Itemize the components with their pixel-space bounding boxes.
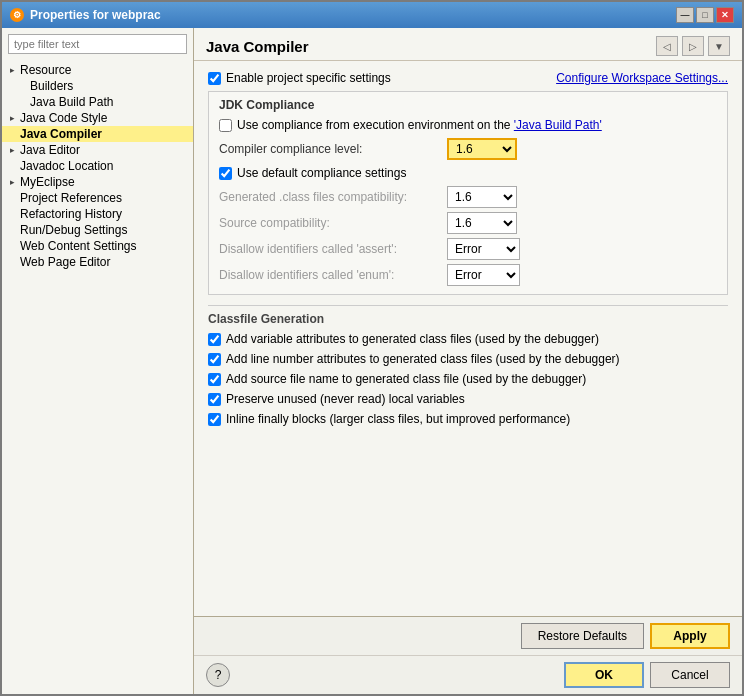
sidebar-item-web-content-settings[interactable]: Web Content Settings (2, 238, 193, 254)
compliance-level-label: Compiler compliance level: (219, 142, 439, 156)
maximize-button[interactable]: □ (696, 7, 714, 23)
main-panel: Java Compiler ◁ ▷ ▼ Enable project speci… (194, 28, 742, 694)
ok-button[interactable]: OK (564, 662, 644, 688)
enable-project-checkbox[interactable] (208, 72, 221, 85)
arrow-java-code-style (6, 112, 18, 124)
panel-header-icons: ◁ ▷ ▼ (656, 36, 730, 56)
app-icon: ⚙ (10, 8, 24, 22)
jdk-section-title: JDK Compliance (219, 98, 717, 112)
sidebar-item-label: Builders (30, 79, 73, 93)
title-bar: ⚙ Properties for webprac — □ ✕ (2, 2, 742, 28)
sidebar-item-project-references[interactable]: Project References (2, 190, 193, 206)
filter-input[interactable] (8, 34, 187, 54)
add-variable-checkbox[interactable] (208, 333, 221, 346)
generated-class-select[interactable]: 1.6 (447, 186, 517, 208)
sidebar-item-label: Java Editor (20, 143, 80, 157)
source-compat-select[interactable]: 1.6 (447, 212, 517, 234)
sidebar-item-label: MyEclipse (20, 175, 75, 189)
sidebar-item-resource[interactable]: Resource (2, 62, 193, 78)
add-source-file-label: Add source file name to generated class … (226, 372, 586, 386)
use-execution-env-label: Use compliance from execution environmen… (237, 118, 602, 132)
footer-bottom-row: ? OK Cancel (194, 655, 742, 694)
cancel-button[interactable]: Cancel (650, 662, 730, 688)
close-button[interactable]: ✕ (716, 7, 734, 23)
tree: Resource Builders Java Build Path Java C… (2, 60, 193, 694)
sidebar-item-javadoc-location[interactable]: Javadoc Location (2, 158, 193, 174)
classfile-option-add-variable: Add variable attributes to generated cla… (208, 332, 728, 346)
classfile-option-add-source-file: Add source file name to generated class … (208, 372, 728, 386)
panel-header: Java Compiler ◁ ▷ ▼ (194, 28, 742, 61)
disallow-enum-select[interactable]: Error Warning Ignore (447, 264, 520, 286)
sidebar-item-label: Project References (20, 191, 122, 205)
jdk-compliance-section: JDK Compliance Use compliance from execu… (208, 91, 728, 295)
use-default-label: Use default compliance settings (237, 166, 406, 180)
add-line-number-label: Add line number attributes to generated … (226, 352, 620, 366)
disallow-assert-select[interactable]: Error Warning Ignore (447, 238, 520, 260)
compliance-level-select[interactable]: 1.3 1.4 1.5 1.6 1.7 (447, 138, 517, 160)
java-build-path-link[interactable]: 'Java Build Path' (514, 118, 602, 132)
inline-finally-label: Inline finally blocks (larger class file… (226, 412, 570, 426)
footer-buttons-row: Restore Defaults Apply (194, 617, 742, 655)
sidebar: Resource Builders Java Build Path Java C… (2, 28, 194, 694)
sidebar-item-run-debug-settings[interactable]: Run/Debug Settings (2, 222, 193, 238)
title-bar-left: ⚙ Properties for webprac (10, 8, 161, 22)
minimize-button[interactable]: — (676, 7, 694, 23)
disallow-enum-label: Disallow identifiers called 'enum': (219, 268, 439, 282)
sidebar-item-label: Java Compiler (20, 127, 102, 141)
sidebar-item-myeclipse[interactable]: MyEclipse (2, 174, 193, 190)
sidebar-item-label: Java Code Style (20, 111, 107, 125)
configure-workspace-link[interactable]: Configure Workspace Settings... (556, 71, 728, 85)
window-title: Properties for webprac (30, 8, 161, 22)
sidebar-item-web-page-editor[interactable]: Web Page Editor (2, 254, 193, 270)
help-button[interactable]: ? (206, 663, 230, 687)
add-variable-label: Add variable attributes to generated cla… (226, 332, 599, 346)
use-execution-env-checkbox[interactable] (219, 119, 232, 132)
sidebar-item-java-code-style[interactable]: Java Code Style (2, 110, 193, 126)
sidebar-item-refactoring-history[interactable]: Refactoring History (2, 206, 193, 222)
dropdown-button[interactable]: ▼ (708, 36, 730, 56)
generated-class-label: Generated .class files compatibility: (219, 190, 439, 204)
apply-button[interactable]: Apply (650, 623, 730, 649)
sidebar-item-java-compiler[interactable]: Java Compiler (2, 126, 193, 142)
arrow-myeclipse (6, 176, 18, 188)
classfile-option-inline-finally: Inline finally blocks (larger class file… (208, 412, 728, 426)
arrow-resource (6, 64, 18, 76)
restore-defaults-button[interactable]: Restore Defaults (521, 623, 644, 649)
sidebar-item-java-editor[interactable]: Java Editor (2, 142, 193, 158)
sidebar-item-label: Java Build Path (30, 95, 113, 109)
classfile-section-title: Classfile Generation (208, 305, 728, 326)
add-line-number-checkbox[interactable] (208, 353, 221, 366)
content-area: Resource Builders Java Build Path Java C… (2, 28, 742, 694)
sidebar-item-label: Run/Debug Settings (20, 223, 127, 237)
title-bar-controls: — □ ✕ (676, 7, 734, 23)
footer-bottom-left: ? (206, 663, 230, 687)
sidebar-item-label: Resource (20, 63, 71, 77)
classfile-option-add-line-number: Add line number attributes to generated … (208, 352, 728, 366)
panel-title: Java Compiler (206, 38, 309, 55)
classfile-section: Classfile Generation Add variable attrib… (208, 305, 728, 426)
footer-bottom-right: OK Cancel (564, 662, 730, 688)
sidebar-item-label: Refactoring History (20, 207, 122, 221)
source-compat-label: Source compatibility: (219, 216, 439, 230)
sidebar-item-java-build-path[interactable]: Java Build Path (2, 94, 193, 110)
preserve-unused-label: Preserve unused (never read) local varia… (226, 392, 465, 406)
disallow-assert-label: Disallow identifiers called 'assert': (219, 242, 439, 256)
back-button[interactable]: ◁ (656, 36, 678, 56)
sidebar-item-label: Javadoc Location (20, 159, 113, 173)
classfile-option-preserve-unused: Preserve unused (never read) local varia… (208, 392, 728, 406)
panel-content: Enable project specific settings Configu… (194, 61, 742, 616)
add-source-file-checkbox[interactable] (208, 373, 221, 386)
preserve-unused-checkbox[interactable] (208, 393, 221, 406)
dialog-footer: Restore Defaults Apply ? OK Cancel (194, 616, 742, 694)
use-default-checkbox[interactable] (219, 167, 232, 180)
sidebar-item-label: Web Page Editor (20, 255, 111, 269)
enable-project-label: Enable project specific settings (226, 71, 391, 85)
inline-finally-checkbox[interactable] (208, 413, 221, 426)
properties-window: ⚙ Properties for webprac — □ ✕ Resource (0, 0, 744, 696)
sidebar-item-builders[interactable]: Builders (2, 78, 193, 94)
sidebar-item-label: Web Content Settings (20, 239, 137, 253)
arrow-java-editor (6, 144, 18, 156)
forward-button[interactable]: ▷ (682, 36, 704, 56)
